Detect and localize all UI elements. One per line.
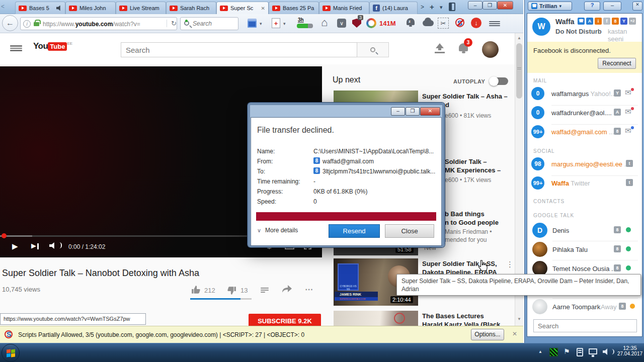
account-avatar[interactable] [482, 41, 499, 58]
url-text[interactable]: https://www.youtube.com/watch?v= [43, 21, 140, 28]
snooze-bell-icon[interactable]: z [407, 18, 415, 25]
user-avatar[interactable]: W [532, 18, 550, 36]
taskbar-clock[interactable]: 12:35 27.04.2017 [617, 345, 643, 356]
start-button[interactable] [2, 344, 20, 362]
tray-network-icon[interactable] [589, 348, 597, 354]
tab-audio-icon[interactable] [56, 6, 62, 11]
trillian-service-icon[interactable]: ☎ [578, 18, 585, 25]
tray-clipboard-icon[interactable] [577, 348, 583, 356]
file-transfer-dialog[interactable]: – ❐ ✕ File transfer declined. Name: C:\U… [248, 103, 445, 247]
scrollbar-up-arrow[interactable]: ▲ [517, 36, 521, 40]
trillian-menu-button[interactable]: ☎ Trillian ▾ [528, 2, 572, 11]
envelope-icon[interactable]: ✉ [625, 126, 631, 135]
firefox-search-box[interactable] [180, 17, 238, 30]
icq-service-icon[interactable]: i [595, 18, 602, 25]
close-button[interactable]: Close [385, 224, 434, 238]
contact-name[interactable]: Pihlaka Talu [552, 246, 588, 253]
upload-icon[interactable] [434, 43, 446, 53]
more-services-badge[interactable]: +2 [629, 18, 636, 25]
upnext-video-title[interactable]: b Bad things [445, 210, 485, 218]
contact-avatar[interactable]: D [532, 223, 547, 238]
page-info-icon[interactable]: i [23, 20, 31, 28]
noscript-icon[interactable]: S [455, 18, 466, 29]
save-session-icon[interactable] [248, 19, 257, 28]
ghostery-icon[interactable] [423, 20, 434, 26]
upnext-video-title[interactable]: The Bases Lectures [422, 312, 484, 320]
scrollbar-down-arrow[interactable]: ▼ [517, 317, 521, 321]
trillian-close-button[interactable]: ✕ [632, 2, 642, 11]
video-kebab-menu-icon[interactable]: ⋮ [506, 260, 514, 269]
tab-milesjohn[interactable]: Miles John [65, 2, 116, 14]
my-activity-icon[interactable] [366, 18, 376, 28]
like-button[interactable] [191, 285, 201, 296]
tab-manisfried[interactable]: Manis Fried [319, 2, 369, 14]
download-manager-icon[interactable]: ↓ [471, 18, 481, 28]
more-actions-icon[interactable]: ⋯ [305, 285, 313, 294]
tab-sarahrach[interactable]: Sarah Rach [166, 2, 216, 14]
trillian-help-button[interactable]: ? [584, 2, 600, 11]
noscript-close-icon[interactable]: ✕ [512, 330, 517, 337]
mail-account-row[interactable]: waffadrunker@aol.... [551, 109, 612, 117]
menu-hamburger-icon[interactable] [489, 20, 500, 27]
mail-account-row[interactable]: waffad@gmail.com ... [551, 128, 614, 136]
window-restore-button[interactable]: ❐ [482, 1, 497, 10]
envelope-icon[interactable]: ✉ [625, 107, 631, 116]
back-button[interactable]: ← [2, 15, 18, 31]
session-timer-badge[interactable]: 3h [298, 17, 304, 23]
home-icon[interactable]: ⌂ [321, 16, 328, 29]
sidebar-toggle-icon[interactable] [449, 3, 455, 11]
more-details-chevron-icon[interactable]: ∨ [257, 227, 261, 234]
gtalk-service-icon[interactable]: 8 [612, 18, 619, 25]
upnext-video-thumbnail[interactable] [334, 311, 418, 326]
contact-avatar[interactable] [532, 299, 547, 314]
contact-name[interactable]: Denis [552, 227, 569, 234]
tray-volume-icon[interactable] [603, 348, 609, 355]
upnext-video-title[interactable]: n to Good people [445, 218, 499, 227]
play-button-icon[interactable]: ▶ [12, 242, 18, 251]
youtube-logo[interactable]: YouTubeEE [33, 41, 72, 51]
https-lock-icon[interactable] [34, 22, 39, 26]
upnext-video-title[interactable]: MK Experiences – [445, 166, 501, 174]
youtube-guide-hamburger-icon[interactable] [10, 44, 22, 52]
trillian-minimize-button[interactable]: – [603, 2, 621, 11]
tab-supersoldier-active[interactable]: Super Sc ✕ [216, 2, 269, 14]
tab-scroll-right-icon[interactable]: > [421, 4, 424, 11]
facebook-service-icon[interactable]: f [603, 18, 610, 25]
more-details-toggle[interactable]: More details [265, 227, 298, 234]
social-account-row[interactable]: Waffa Twitter [551, 179, 590, 187]
reconnect-button[interactable]: Reconnect [598, 58, 636, 69]
tray-expand-icon[interactable]: ▲ [538, 349, 542, 354]
tray-network-activity-icon[interactable] [549, 348, 558, 356]
dialog-close-button[interactable]: ✕ [420, 107, 440, 116]
tab-livestream[interactable]: Live Stream [116, 2, 166, 14]
contact-search-input[interactable] [533, 319, 637, 332]
tab-scroll-left-icon[interactable]: < [1, 3, 5, 10]
mail-account-row[interactable]: waffamargus Yahoo!... [551, 90, 616, 98]
tray-action-flag-icon[interactable]: ⚑ [564, 347, 570, 355]
tab-bases5[interactable]: Bases 5 [15, 2, 65, 14]
screenshot-scissors-icon[interactable]: ✂ [438, 18, 449, 29]
reload-icon[interactable]: ↻ [167, 20, 177, 27]
dialog-minimize-button[interactable]: – [391, 107, 405, 116]
save-dropdown-icon[interactable]: ▾ [260, 21, 262, 26]
user-status[interactable]: Do Not Disturb [555, 28, 602, 35]
envelope-icon[interactable]: ✉ [625, 88, 631, 97]
upnext-video-title[interactable]: Super Soldier Talk – SS, [422, 259, 497, 268]
share-icon[interactable] [282, 285, 292, 295]
youtube-search-button[interactable] [357, 42, 389, 57]
astra-service-icon[interactable]: A [586, 18, 593, 25]
tab-bases25[interactable]: Bases 25 Pa [269, 2, 319, 14]
dislike-button[interactable] [226, 286, 236, 297]
yahoo-service-icon[interactable]: Y [620, 18, 627, 25]
window-minimize-button[interactable]: – [468, 1, 482, 10]
contact-name[interactable]: Aarne Toompark [552, 303, 600, 311]
social-account-row[interactable]: margus.meigo@eesti.ee ... [551, 160, 630, 168]
window-close-button[interactable]: ✕ [497, 1, 513, 10]
volume-icon[interactable] [49, 242, 56, 249]
contact-name[interactable]: Temet Nosce Ousia ... [552, 265, 617, 273]
player-playhead[interactable] [2, 233, 7, 238]
upnext-video-title[interactable]: Soldier Talk – [445, 157, 487, 166]
resend-button[interactable]: Resend [329, 224, 380, 238]
upnext-video-meta[interactable]: mended for you [445, 236, 487, 244]
pocket-icon[interactable]: ∨ [337, 19, 346, 28]
